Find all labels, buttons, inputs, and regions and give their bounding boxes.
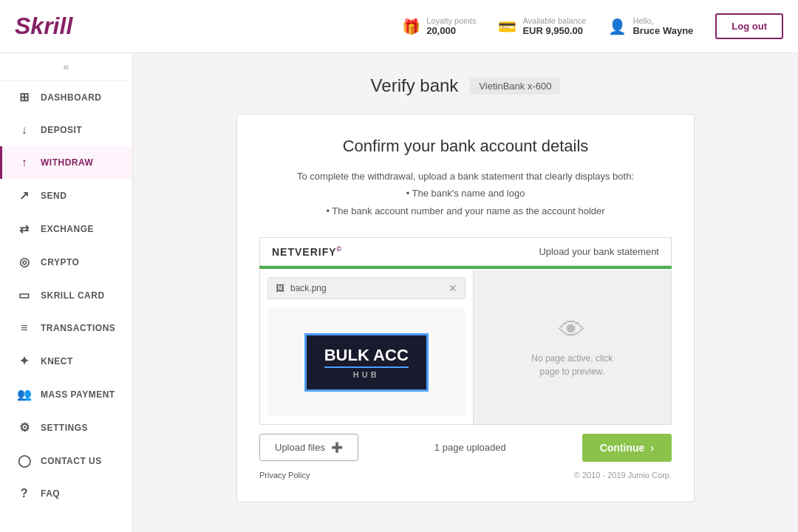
send-icon: ↗ <box>17 188 32 202</box>
close-file-icon[interactable]: ✕ <box>449 282 457 294</box>
withdraw-icon: ↑ <box>17 156 32 169</box>
main-content: Verify bank VietinBank x-600 Confirm you… <box>133 53 798 532</box>
sidebar-item-label: SEND <box>41 191 66 201</box>
sidebar-item-faq[interactable]: ? FAQ <box>0 477 132 510</box>
mass-payment-icon: 👥 <box>17 387 32 401</box>
top-bar: Skrill 🎁 Loyalty points 20,000 💳 Availab… <box>0 0 798 53</box>
top-bar-right: 🎁 Loyalty points 20,000 💳 Available bala… <box>402 13 783 39</box>
app-logo: Skrill <box>15 13 72 40</box>
progress-bar <box>259 266 672 269</box>
bulk-acc-preview: BULK ACC HUB <box>304 333 429 392</box>
arrow-right-icon: › <box>650 442 654 454</box>
sidebar-collapse-button[interactable]: « <box>0 53 132 81</box>
available-balance: 💳 Available balance EUR 9,950.00 <box>498 16 586 36</box>
balance-label: Available balance <box>522 16 586 25</box>
sidebar-item-deposit[interactable]: ↓ DEPOSIT <box>0 114 132 146</box>
upload-files-button[interactable]: Upload files ➕ <box>259 434 358 461</box>
privacy-policy-link[interactable]: Privacy Policy <box>259 471 310 480</box>
card-title: Confirm your bank account details <box>259 137 672 156</box>
description-intro: To complete the withdrawal, upload a ban… <box>259 168 672 185</box>
deposit-icon: ↓ <box>17 123 32 137</box>
faq-icon: ? <box>17 487 32 500</box>
username: Bruce Wayne <box>632 25 693 36</box>
loyalty-label: Loyalty points <box>426 16 476 25</box>
page-header: Verify bank VietinBank x-600 <box>163 75 768 96</box>
sidebar-item-label: SKRILL CARD <box>41 290 105 301</box>
dashboard-icon: ⊞ <box>17 90 32 104</box>
page-count: 1 page uploaded <box>366 442 575 453</box>
sidebar-item-settings[interactable]: ⚙ SETTINGS <box>0 411 132 444</box>
sidebar-item-send[interactable]: ↗ SEND <box>0 179 132 212</box>
sidebar-item-label: CONTACT US <box>41 456 102 466</box>
sidebar-item-mass-payment[interactable]: 👥 MASS PAYMENT <box>0 378 132 411</box>
skrill-card-icon: ▭ <box>17 288 32 302</box>
upload-left-panel: 🖼 back.png ✕ BULK ACC HUB <box>260 270 474 424</box>
upload-label: Upload your bank statement <box>539 246 659 257</box>
sidebar-item-knect[interactable]: ✦ KNECT <box>0 344 132 378</box>
upload-right-panel[interactable]: 👁 No page active, click page to preview. <box>474 270 672 424</box>
bank-badge: VietinBank x-600 <box>470 78 560 95</box>
upload-area: 🖼 back.png ✕ BULK ACC HUB 👁 No page acti <box>259 270 672 425</box>
user-icon: 👤 <box>608 18 627 35</box>
sidebar-item-withdraw[interactable]: ↑ WITHDRAW <box>0 146 132 179</box>
loyalty-value: 20,000 <box>426 25 476 36</box>
sidebar-item-contact-us[interactable]: ◯ CONTACT US <box>0 444 132 477</box>
sidebar-item-label: CRYPTO <box>41 257 79 267</box>
user-greeting: 👤 Hello, Bruce Wayne <box>608 16 693 36</box>
sidebar-item-exchange[interactable]: ⇄ EXCHANGE <box>0 212 132 245</box>
sidebar-item-label: DASHBOARD <box>41 92 102 103</box>
eye-icon: 👁 <box>559 315 585 346</box>
sidebar: « ⊞ DASHBOARD ↓ DEPOSIT ↑ WITHDRAW ↗ SEN… <box>0 53 133 532</box>
sidebar-item-label: DEPOSIT <box>41 125 82 135</box>
balance-value: EUR 9,950.00 <box>522 25 586 36</box>
sidebar-item-dashboard[interactable]: ⊞ DASHBOARD <box>0 81 132 114</box>
knect-icon: ✦ <box>17 354 32 368</box>
file-icon: 🖼 <box>276 283 284 293</box>
sidebar-item-label: FAQ <box>41 488 60 499</box>
sidebar-item-label: SETTINGS <box>41 423 88 433</box>
loyalty-icon: 🎁 <box>402 18 420 35</box>
sidebar-item-label: KNECT <box>41 356 73 366</box>
sidebar-item-label: WITHDRAW <box>41 157 93 168</box>
contact-icon: ◯ <box>17 454 32 468</box>
sidebar-item-label: TRANSACTIONS <box>41 323 115 333</box>
balance-icon: 💳 <box>498 18 516 35</box>
sidebar-item-crypto[interactable]: ◎ CRYPTO <box>0 245 132 279</box>
sidebar-item-transactions[interactable]: ≡ TRANSACTIONS <box>0 312 132 344</box>
settings-icon: ⚙ <box>17 420 32 434</box>
upload-actions: Upload files ➕ 1 page uploaded Continue … <box>259 434 672 462</box>
description-list: The bank's name and logo The bank accoun… <box>259 185 672 219</box>
logout-button[interactable]: Log out <box>715 13 783 39</box>
loyalty-points: 🎁 Loyalty points 20,000 <box>402 16 476 36</box>
description-item-1: The bank's name and logo <box>259 185 672 202</box>
transactions-icon: ≡ <box>17 321 32 335</box>
card-footer: Privacy Policy © 2010 - 2019 Jumio Corp. <box>259 471 672 480</box>
file-preview[interactable]: BULK ACC HUB <box>267 308 466 417</box>
description-item-2: The bank account number and your name as… <box>259 202 672 219</box>
file-name: back.png <box>290 283 443 293</box>
file-tab[interactable]: 🖼 back.png ✕ <box>267 277 466 299</box>
netverify-logo: NETVERIFY© <box>272 245 342 258</box>
plus-icon: ➕ <box>331 442 343 453</box>
main-layout: « ⊞ DASHBOARD ↓ DEPOSIT ↑ WITHDRAW ↗ SEN… <box>0 53 798 532</box>
sidebar-item-label: EXCHANGE <box>41 224 94 234</box>
sidebar-item-label: MASS PAYMENT <box>41 389 115 400</box>
netverify-header: NETVERIFY© Upload your bank statement <box>259 237 672 266</box>
hello-label: Hello, <box>632 16 693 25</box>
continue-button[interactable]: Continue › <box>582 434 672 462</box>
no-preview-text: No page active, click page to preview. <box>524 352 620 378</box>
copyright: © 2010 - 2019 Jumio Corp. <box>574 471 672 480</box>
card-description: To complete the withdrawal, upload a ban… <box>259 168 672 219</box>
verify-card: Confirm your bank account details To com… <box>236 114 695 502</box>
crypto-icon: ◎ <box>17 255 32 269</box>
page-title: Verify bank <box>371 75 459 96</box>
exchange-icon: ⇄ <box>17 222 32 236</box>
sidebar-item-skrill-card[interactable]: ▭ SKRILL CARD <box>0 279 132 312</box>
